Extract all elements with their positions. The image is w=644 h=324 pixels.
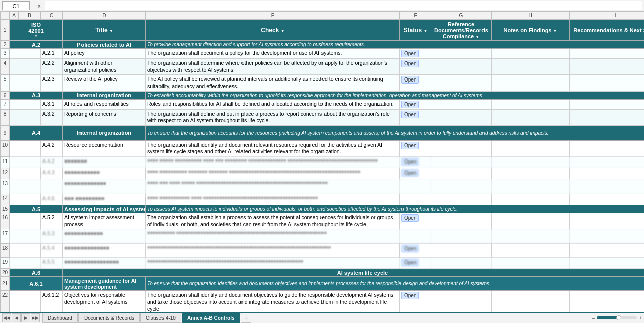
a6-title: AI system life cycle (63, 269, 645, 277)
a61-id: A.6.1 (10, 277, 63, 291)
a21-id: A.2.1 (41, 49, 63, 59)
row-num-1: 1 (1, 20, 10, 41)
a22-ref (431, 59, 492, 75)
a21-check: The organization shall document a policy… (146, 49, 400, 59)
a42-check: ■■■■ ■■■■■ ■■■■■■■■■■ ■■■■ ■■■ ■■■■■■■■ … (146, 157, 400, 168)
row-a21: 3 A.2.1 AI policy The organization shall… (1, 49, 645, 59)
col-letter-i[interactable]: I (570, 12, 645, 20)
formula-input[interactable] (45, 1, 642, 10)
section-row-a5: 15 A.5 Assessing impacts of AI systems T… (1, 205, 645, 213)
a32-status: Open (400, 109, 431, 125)
tab-nav-last[interactable]: ▶▶ (31, 313, 40, 322)
tab-annex-ab-controls[interactable]: Annex A-B Controls (182, 313, 240, 323)
row-a31: 7 A.3.1 AI roles and responsibilities Ro… (1, 99, 645, 109)
row-a32: 8 A.3.2 Reporting of concerns The organi… (1, 109, 645, 125)
col-letter-b[interactable]: B (19, 12, 41, 20)
zoom-fill (597, 316, 619, 319)
a55-title: ■■■■■■■■■■■■■■■■■ (63, 258, 146, 269)
tab-nav-next[interactable]: ▶ (21, 313, 30, 322)
row-a612: 22 A.6.1.2 Objectives for responsible de… (1, 291, 645, 312)
a52-check: The organization shall establish a proce… (146, 213, 400, 229)
tab-nav-prev[interactable]: ◀ (12, 313, 21, 322)
a5-title: Assessing impacts of AI systems (63, 205, 146, 213)
a42-status: Open (400, 157, 431, 168)
a2-objective: To provide management direction and supp… (146, 41, 645, 49)
a4-objective: To ensure that the organization accounts… (146, 125, 645, 140)
zoom-controls: – + (592, 315, 642, 321)
col-letter-h[interactable]: H (492, 12, 570, 20)
tab-dashboard[interactable]: Dashboard (42, 313, 78, 323)
zoom-slider[interactable] (597, 316, 637, 319)
main-table: A B C D E F G H I 1 ISO 42001 (0, 11, 644, 312)
recommendations-header: Recommendations & Next Steps (570, 20, 645, 41)
a42-title: ■■■■■■■ (63, 157, 146, 168)
row-num-20: 20 (1, 269, 10, 277)
row-num-14: 14 (1, 194, 10, 205)
row-a23: 5 A.2.3 Review of the AI policy The AI p… (1, 75, 645, 91)
row-num-17: 17 (1, 229, 10, 244)
a22-rec (570, 59, 645, 75)
a23-check: The AI policy shall be reviewed at plann… (146, 75, 400, 91)
a31-status: Open (400, 99, 431, 109)
a22-check: The organization shall determine where o… (146, 59, 400, 75)
zoom-thumb[interactable] (616, 315, 621, 320)
row13-title: ■■■■■■■■■■■■■ (63, 179, 146, 194)
row-a53: 17 A.5.3 ■■■■■■■■■■■■ ■■■■■■■■■■ ■■■■■■■… (1, 229, 645, 244)
tab-documents-records[interactable]: Documents & Records (78, 313, 140, 323)
row-num-22: 22 (1, 291, 10, 312)
a42-id: A.4.2 (41, 157, 63, 168)
column-letters-row: A B C D E F G H I (1, 12, 645, 20)
a32-id: A.3.2 (41, 109, 63, 125)
a22-id-a (10, 59, 41, 75)
row-a43: 12 A.4.3 ■■■■■■■■■■■ ■■■■ ■■■■■■■■■■ ■■■… (1, 168, 645, 179)
spreadsheet-app: C1 fx A B (0, 0, 644, 324)
row-13: 13 ■■■■■■■■■■■■■ ■■■■ ■■■ ■■■■ ■■■■■ ■■■… (1, 179, 645, 194)
a2-title: Policies related to AI (63, 41, 146, 49)
a43-id: A.4.3 (41, 168, 63, 179)
fx-label: fx (34, 3, 43, 9)
a54-title: ■■■■■■■■■■■■■■ (63, 244, 146, 258)
zoom-plus-label: + (639, 315, 642, 321)
a52-title: AI system impact assessment process (63, 213, 146, 229)
tab-nav-first[interactable]: ◀◀ (2, 313, 11, 322)
a5-id: A.5 (10, 205, 63, 213)
a21-rec (570, 49, 645, 59)
formula-divider (32, 1, 32, 10)
status-header: Status ▼ (400, 20, 431, 41)
row-a55: 19 A.5.5 ■■■■■■■■■■■■■■■■■ ■■■■■■■■■■■■■… (1, 258, 645, 269)
tab-nav-buttons: ◀◀ ◀ ▶ ▶▶ (2, 313, 40, 322)
a21-notes (492, 49, 570, 59)
a43-status: Open (400, 168, 431, 179)
add-sheet-button[interactable]: + (241, 313, 251, 323)
a4-id: A.4 (10, 125, 63, 140)
a22-status: Open (400, 59, 431, 75)
a23-title: Review of the AI policy (63, 75, 146, 91)
table-scroll-area[interactable]: A B C D E F G H I 1 ISO 42001 (0, 11, 644, 312)
row-a22: 4 A.2.2 Alignment with other organizatio… (1, 59, 645, 75)
col-letter-e[interactable]: E (146, 12, 400, 20)
row-a46: 14 A.4.6 ■■■ ■■■■■■■■■ ■■■■ ■■■■■■■■■■■ … (1, 194, 645, 205)
row-a52: 16 A.5.2 AI system impact assessment pro… (1, 213, 645, 229)
col-letter-f[interactable]: F (400, 12, 431, 20)
row-num-2: 2 (1, 41, 10, 49)
tab-clauses-4-10[interactable]: Clauses 4-10 (140, 313, 181, 323)
a41-title: Resource documentation (63, 140, 146, 156)
col-letter-d[interactable]: D (63, 12, 146, 20)
subsection-row-a61: 21 A.6.1 Management guidance for AI syst… (1, 277, 645, 291)
a54-check: ■■■■■■■■■■■■■■■■■■■■■■■■■■■■■■■■■■■■■■■■… (146, 244, 400, 258)
col-letter-a[interactable]: A (10, 12, 19, 20)
col-letter-g[interactable]: G (431, 12, 492, 20)
a41-id: A.4.2 (41, 140, 63, 156)
row-num-3: 3 (1, 49, 10, 59)
row-num-11: 11 (1, 157, 10, 168)
a23-notes (492, 75, 570, 91)
a31-check: Roles and responsibilities for AI shall … (146, 99, 400, 109)
ref-docs-header: Reference Documents/Records Compliance ▼ (431, 20, 492, 41)
row-num-9: 9 (1, 125, 10, 140)
a31-title: AI roles and responsibilities (63, 99, 146, 109)
a23-id: A.2.3 (41, 75, 63, 91)
col-letter-c[interactable]: C (41, 12, 63, 20)
a5-objective: To assess AI system impacts to individua… (146, 205, 645, 213)
a41-check: The organization shall identify and docu… (146, 140, 400, 156)
cell-reference-box[interactable]: C1 (2, 1, 30, 10)
